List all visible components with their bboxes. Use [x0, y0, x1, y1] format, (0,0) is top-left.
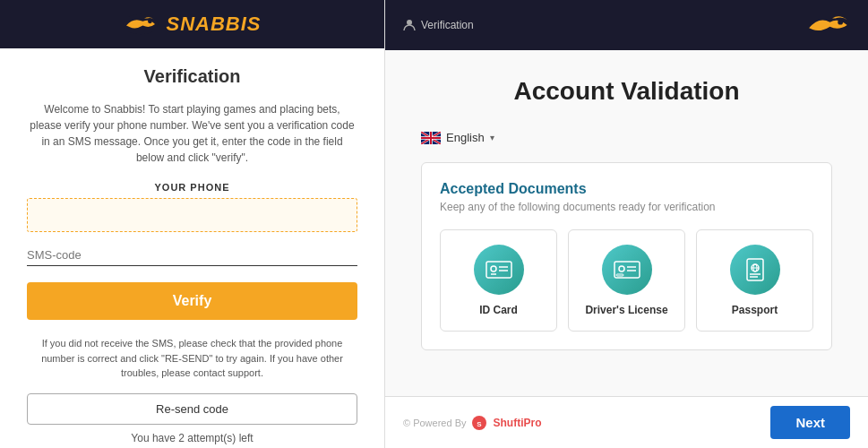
svg-rect-5 [486, 262, 511, 278]
right-header: Verification [385, 0, 868, 50]
right-footer: © Powered By S ShuftiPro Next [385, 396, 868, 448]
left-title: Verification [27, 66, 357, 87]
chevron-down-icon: ▾ [490, 133, 494, 142]
shuftipro-label: ShuftiPro [493, 417, 541, 429]
next-button[interactable]: Next [770, 406, 850, 439]
person-icon [403, 19, 416, 31]
drivers-license-icon [613, 259, 641, 280]
doc-cards: ID Card Driver's License [440, 229, 813, 332]
svg-rect-14 [616, 274, 623, 276]
flag-icon [421, 132, 441, 144]
sms-code-input[interactable] [27, 245, 357, 265]
resend-description: If you did not receive the SMS, please c… [27, 336, 357, 381]
account-validation-title: Account Validation [421, 77, 832, 106]
accepted-docs-subtitle: Keep any of the following documents read… [440, 201, 813, 213]
drivers-license-label: Driver's License [585, 304, 667, 316]
svg-rect-10 [614, 262, 640, 278]
right-logo-icon [805, 9, 850, 41]
accepted-docs-section: Accepted Documents Keep any of the follo… [421, 162, 832, 350]
id-card-icon [485, 259, 513, 280]
svg-point-6 [491, 266, 496, 271]
right-content: Account Validation English ▾ Accepted Do… [385, 50, 868, 396]
svg-point-3 [838, 20, 843, 25]
passport-label: Passport [732, 304, 778, 316]
verify-button[interactable]: Verify [27, 282, 357, 320]
svg-point-2 [407, 20, 412, 25]
doc-card-drivers-license[interactable]: Driver's License [568, 229, 685, 332]
svg-point-1 [148, 19, 152, 23]
powered-by: © Powered By S ShuftiPro [403, 415, 541, 431]
left-content: Verification Welcome to Snabbis! To star… [0, 48, 384, 448]
id-card-icon-circle [474, 245, 524, 295]
phone-input[interactable] [27, 198, 357, 232]
right-panel: Verification Account Validation English … [385, 0, 868, 448]
doc-card-id-card[interactable]: ID Card [440, 229, 557, 332]
left-panel: SNABBIS Verification Welcome to Snabbis!… [0, 0, 385, 448]
powered-by-label: © Powered By [403, 418, 466, 428]
snabbis-logo-icon [123, 11, 159, 38]
language-label: English [446, 131, 485, 144]
resend-code-button[interactable]: Re-send code [27, 393, 357, 425]
svg-text:S: S [477, 420, 483, 428]
your-phone-label: YOUR PHONE [27, 182, 357, 193]
right-header-verification-label: Verification [421, 19, 474, 31]
left-description: Welcome to Snabbis! To start playing gam… [27, 101, 357, 166]
logo-text: SNABBIS [166, 13, 261, 36]
language-selector[interactable]: English ▾ [421, 131, 832, 144]
svg-point-11 [619, 266, 624, 271]
drivers-license-icon-circle [602, 245, 652, 295]
accepted-docs-title: Accepted Documents [440, 181, 813, 197]
sms-code-container [27, 245, 357, 266]
id-card-label: ID Card [479, 304, 518, 316]
right-header-left: Verification [403, 19, 474, 31]
passport-icon-circle [730, 245, 780, 295]
logo-container: SNABBIS [123, 11, 261, 38]
shuftipro-icon: S [471, 415, 487, 431]
doc-card-passport[interactable]: Passport [696, 229, 813, 332]
left-header: SNABBIS [0, 0, 384, 48]
attempts-text: You have 2 attempt(s) left [27, 432, 357, 444]
passport-icon [743, 257, 768, 282]
